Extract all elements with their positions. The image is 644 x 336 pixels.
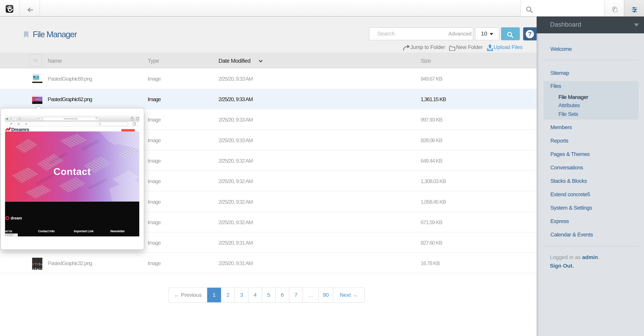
svg-text:Contact: Contact xyxy=(35,99,39,100)
svg-text:dream: dream xyxy=(10,216,22,220)
svg-text:Newsletter: Newsletter xyxy=(110,230,125,233)
svg-text:Contact Info: Contact Info xyxy=(38,230,54,233)
svg-text:Contact: Contact xyxy=(54,166,91,177)
svg-text:out Us: out Us xyxy=(5,230,12,233)
svg-text:y a menu: y a menu xyxy=(6,234,14,236)
svg-text:=lell: =lell xyxy=(32,268,42,270)
svg-text:<?=$v: <?=$v xyxy=(32,262,42,266)
svg-text:Dreamrs: Dreamrs xyxy=(11,127,29,132)
svg-text:Important Link: Important Link xyxy=(74,230,94,233)
svg-text:dreamrs/index.php: dreamrs/index.php xyxy=(64,118,78,120)
